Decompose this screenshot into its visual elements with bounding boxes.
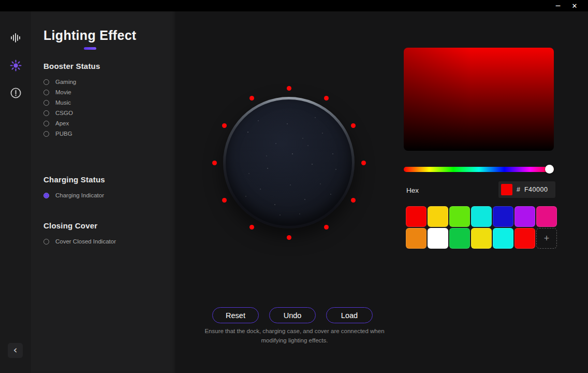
add-swatch-button[interactable]: +: [536, 228, 557, 249]
undo-button[interactable]: Undo: [269, 307, 316, 323]
option-list: Cover Closed Indicator: [43, 236, 176, 247]
led-indicator-dot: [351, 198, 356, 203]
led-indicator-dot: [249, 96, 254, 101]
sidebar: ‹: [0, 11, 31, 373]
preset-swatch-0de8de[interactable]: [471, 206, 492, 227]
section-booster-status: Booster StatusGamingMovieMusicCSGOApexPU…: [43, 62, 176, 139]
radio-option-pubg[interactable]: PUBG: [43, 128, 176, 139]
led-indicator-dot: [351, 123, 356, 128]
radio-label: Charging Indicator: [55, 192, 104, 198]
preset-swatch-grid: +: [406, 206, 557, 249]
section-heading: Booster Status: [43, 62, 176, 70]
load-button[interactable]: Load: [326, 307, 373, 323]
panel-sections: Booster StatusGamingMovieMusicCSGOApexPU…: [43, 62, 176, 247]
hex-value-input[interactable]: [524, 186, 555, 193]
app-body: ‹ Lighting Effect Booster StatusGamingMo…: [0, 11, 588, 373]
lighting-panel: Lighting Effect Booster StatusGamingMovi…: [31, 11, 176, 373]
preset-swatch-f8d30b[interactable]: [428, 206, 448, 227]
led-indicator-dot: [287, 86, 291, 91]
preset-swatch-62e60d[interactable]: [449, 206, 470, 227]
led-indicator-dot: [222, 198, 227, 203]
preset-swatch-ad13ee[interactable]: [514, 206, 535, 227]
led-indicator-dot: [324, 96, 329, 101]
radio-label: Music: [55, 99, 71, 106]
radio-option-movie[interactable]: Movie: [43, 87, 176, 97]
radio-icon: [43, 110, 49, 116]
radio-icon: [43, 100, 49, 106]
back-button[interactable]: ‹: [8, 343, 23, 358]
hex-label: Hex: [406, 187, 419, 194]
title-accent-underline: [84, 47, 96, 50]
radio-option-cover-closed-indicator[interactable]: Cover Closed Indicator: [43, 236, 176, 247]
section-heading: Closing Cover: [43, 221, 176, 230]
preset-swatch-f70505[interactable]: [514, 228, 535, 249]
action-buttons: ResetUndoLoad: [212, 307, 373, 323]
radio-label: Cover Closed Indicator: [55, 238, 116, 245]
preset-swatch-ffffff[interactable]: [428, 228, 448, 249]
radio-icon: [43, 239, 49, 245]
radio-option-csgo[interactable]: CSGO: [43, 108, 176, 118]
radio-label: Apex: [55, 120, 69, 126]
section-charging-status: Charging StatusCharging Indicator: [43, 175, 176, 200]
title-bar: ─ ✕: [0, 0, 588, 11]
connection-note: Ensure that the dock, charging case, and…: [196, 327, 393, 345]
preset-swatch-0fc844[interactable]: [449, 228, 470, 249]
radio-icon: [43, 193, 49, 198]
option-list: GamingMovieMusicCSGOApexPUBG: [43, 77, 176, 139]
section-closing-cover: Closing CoverCover Closed Indicator: [43, 221, 176, 247]
hue-slider[interactable]: [404, 167, 554, 172]
hue-slider-knob[interactable]: [545, 165, 554, 174]
charging-case-image: [226, 99, 352, 226]
color-shade-picker[interactable]: [404, 48, 554, 151]
minimize-button[interactable]: ─: [550, 0, 566, 11]
radio-label: Gaming: [55, 79, 76, 85]
radio-option-music[interactable]: Music: [43, 97, 176, 108]
section-heading: Charging Status: [43, 175, 176, 184]
radio-option-charging-indicator[interactable]: Charging Indicator: [43, 190, 176, 200]
radio-icon: [43, 90, 49, 95]
equalizer-icon[interactable]: [9, 31, 22, 45]
led-indicator-dot: [222, 123, 227, 128]
info-icon[interactable]: [9, 86, 22, 99]
preset-swatch-f40000[interactable]: [406, 206, 427, 227]
radio-label: Movie: [55, 89, 71, 95]
radio-option-apex[interactable]: Apex: [43, 118, 176, 128]
hex-input-group: #: [498, 181, 555, 198]
preset-swatch-ec8511[interactable]: [406, 228, 427, 249]
device-speckle-texture: [226, 99, 227, 101]
radio-option-gaming[interactable]: Gaming: [43, 77, 176, 87]
radio-icon: [43, 121, 49, 126]
preset-swatch-1512ce[interactable]: [493, 206, 513, 227]
option-list: Charging Indicator: [43, 190, 176, 200]
page-title-block: Lighting Effect: [43, 28, 136, 50]
led-indicator-dot: [287, 235, 291, 240]
led-indicator-dot: [324, 225, 329, 229]
current-color-swatch: [501, 184, 512, 195]
radio-label: CSGO: [55, 110, 73, 116]
reset-button[interactable]: Reset: [212, 307, 259, 323]
radio-label: PUBG: [55, 131, 72, 137]
preset-swatch-0df0e6[interactable]: [493, 228, 513, 249]
radio-icon: [43, 131, 49, 137]
close-button[interactable]: ✕: [566, 0, 583, 11]
led-indicator-dot: [361, 161, 366, 165]
hex-hash-symbol: #: [517, 186, 520, 193]
led-indicator-dot: [249, 225, 254, 229]
main-area: Hex # + ResetUndoLoad Ensure that the do…: [176, 11, 588, 373]
device-preview: [223, 97, 355, 228]
led-indicator-dot: [212, 161, 217, 165]
preset-swatch-e70e85[interactable]: [536, 206, 557, 227]
page-title: Lighting Effect: [43, 28, 136, 43]
preset-swatch-efde0e[interactable]: [471, 228, 492, 249]
radio-icon: [43, 79, 49, 85]
lighting-icon[interactable]: [9, 59, 22, 72]
